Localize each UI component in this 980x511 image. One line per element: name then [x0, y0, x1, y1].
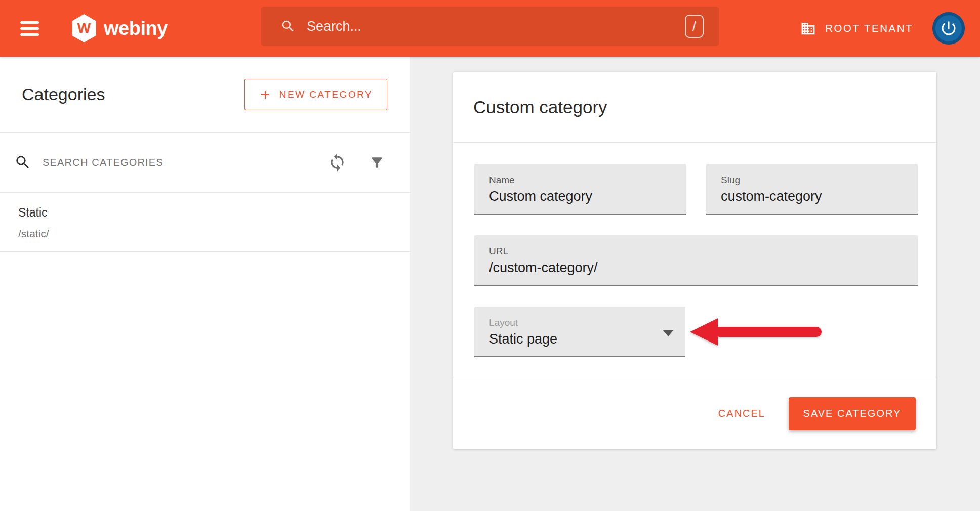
search-icon: [280, 19, 296, 34]
category-form-card: Custom category Name Slug: [453, 72, 936, 449]
form-title: Custom category: [473, 97, 607, 117]
global-search[interactable]: Search... /: [261, 7, 719, 46]
red-arrow-annotation: [689, 317, 826, 347]
details-panel: Custom category Name Slug: [410, 57, 980, 511]
form-footer: CANCEL SAVE CATEGORY: [453, 377, 936, 449]
cancel-button[interactable]: CANCEL: [709, 403, 774, 424]
topbar-right: ROOT TENANT: [800, 0, 965, 57]
filter-icon[interactable]: [369, 155, 385, 171]
brand-name: webiny: [104, 18, 168, 39]
slash-shortcut-badge: /: [685, 15, 704, 38]
categories-panel-header: Categories NEW CATEGORY: [0, 57, 410, 133]
name-input[interactable]: [489, 189, 663, 204]
layout-row: Layout Static page: [474, 307, 918, 357]
global-search-placeholder: Search...: [307, 19, 361, 34]
tenant-selector[interactable]: ROOT TENANT: [800, 21, 913, 36]
svg-text:W: W: [77, 20, 91, 36]
layout-select[interactable]: Layout Static page: [474, 307, 685, 357]
tenant-label: ROOT TENANT: [825, 22, 913, 34]
layout-label: Layout: [489, 317, 685, 328]
category-list: Static /static/: [0, 193, 410, 511]
form-header: Custom category: [453, 72, 936, 143]
slug-field[interactable]: Slug: [706, 164, 918, 215]
page-title: Categories: [22, 84, 105, 104]
slug-label: Slug: [721, 175, 918, 186]
name-label: Name: [489, 175, 686, 186]
url-row: URL: [474, 235, 918, 286]
webiny-hexagon-icon: W: [71, 14, 97, 43]
url-field[interactable]: URL: [474, 235, 918, 286]
form-body: Name Slug URL: [453, 143, 936, 357]
chevron-down-icon: [663, 330, 674, 336]
search-categories-icon: [14, 154, 31, 171]
category-name: Static: [18, 206, 392, 220]
refresh-icon[interactable]: [328, 153, 347, 172]
category-url: /static/: [18, 228, 392, 240]
name-field[interactable]: Name: [474, 164, 686, 215]
power-icon: [940, 19, 958, 37]
categories-list-panel: Categories NEW CATEGORY: [0, 57, 410, 511]
menu-icon[interactable]: [20, 17, 43, 39]
plus-icon: [259, 89, 271, 101]
webiny-admin-screen: W webiny Search... / ROOT TENANT: [0, 0, 980, 511]
building-icon: [800, 21, 816, 36]
main-area: Categories NEW CATEGORY: [0, 57, 980, 511]
url-label: URL: [489, 246, 918, 257]
brand-logo[interactable]: W webiny: [71, 14, 168, 43]
avatar[interactable]: [932, 12, 965, 45]
url-input[interactable]: [489, 260, 895, 276]
new-category-button-label: NEW CATEGORY: [279, 89, 373, 100]
slug-input[interactable]: [721, 189, 895, 204]
search-categories-bar: [0, 133, 410, 193]
topbar: W webiny Search... / ROOT TENANT: [0, 0, 980, 57]
layout-selected-value: Static page: [489, 331, 685, 347]
name-slug-row: Name Slug: [474, 164, 918, 215]
new-category-button[interactable]: NEW CATEGORY: [244, 79, 387, 110]
category-list-item[interactable]: Static /static/: [0, 193, 410, 252]
save-category-button[interactable]: SAVE CATEGORY: [789, 397, 916, 430]
search-categories-input[interactable]: [43, 157, 328, 168]
